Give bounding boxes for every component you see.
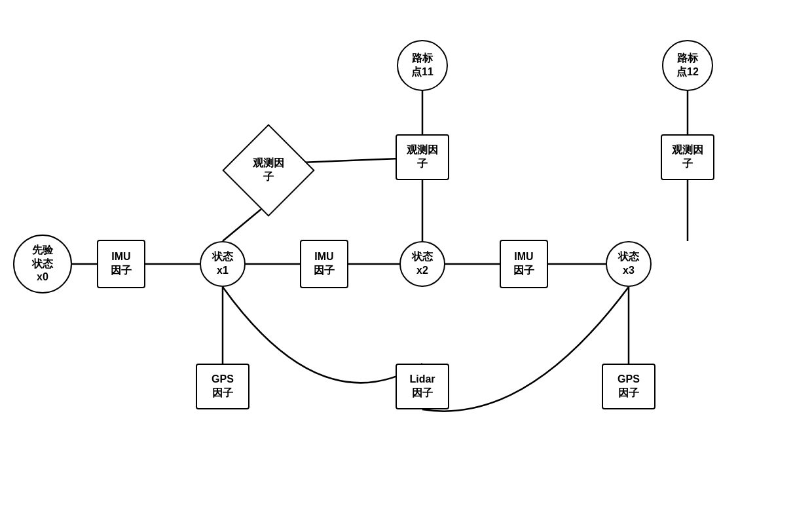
state-x3-node: 状态x3	[606, 241, 652, 287]
obs-factor-l1-label: 观测因子	[407, 143, 438, 171]
gps-factor-3-label: GPS因子	[618, 373, 640, 400]
state-x1-node: 状态x1	[200, 241, 246, 287]
obs-factor-l2-label: 观测因子	[672, 143, 703, 171]
imu-factor-1-label: IMU因子	[111, 250, 132, 278]
gps-factor-1-node: GPS因子	[196, 364, 249, 409]
state-x2-label: 状态x2	[412, 250, 433, 278]
prior-state-label: 先验状态x0	[32, 244, 53, 284]
landmark-l2-node: 路标点12	[662, 40, 713, 91]
imu-factor-2-label: IMU因子	[314, 250, 335, 278]
lidar-factor-node: Lidar因子	[396, 364, 449, 409]
imu-factor-3-label: IMU因子	[513, 250, 534, 278]
landmark-l1-node: 路标点11	[397, 40, 448, 91]
state-x1-label: 状态x1	[212, 250, 233, 278]
state-x2-node: 状态x2	[399, 241, 445, 287]
obs-factor-diamond-node: 观测因子	[228, 130, 309, 211]
prior-state-node: 先验状态x0	[13, 235, 72, 293]
landmark-l1-label: 路标点11	[411, 52, 434, 79]
factor-graph-diagram: 先验状态x0 IMU因子 状态x1 观测因子 IMU因子 状态x2 IMU因子 …	[0, 0, 812, 528]
state-x3-label: 状态x3	[618, 250, 639, 278]
imu-factor-2-node: IMU因子	[300, 240, 348, 288]
landmark-l2-label: 路标点12	[676, 52, 699, 79]
imu-factor-1-node: IMU因子	[97, 240, 145, 288]
svg-line-11	[301, 159, 399, 162]
obs-factor-diamond-label: 观测因子	[253, 157, 284, 184]
lidar-factor-label: Lidar因子	[409, 373, 435, 400]
gps-factor-1-label: GPS因子	[212, 373, 234, 400]
gps-factor-3-node: GPS因子	[602, 364, 655, 409]
imu-factor-3-node: IMU因子	[500, 240, 548, 288]
obs-factor-l2-node: 观测因子	[661, 134, 714, 180]
obs-factor-l1-node: 观测因子	[396, 134, 449, 180]
